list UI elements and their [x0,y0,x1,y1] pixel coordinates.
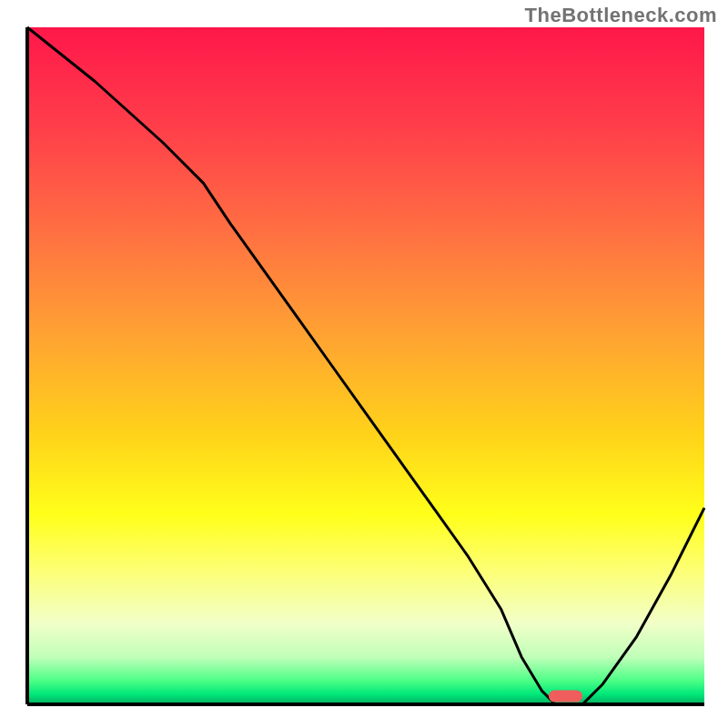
bottleneck-chart [0,0,728,728]
gradient-background [27,27,704,704]
chart-svg [0,0,728,728]
watermark-text: TheBottleneck.com [525,4,717,27]
optimal-range-marker [549,691,582,703]
